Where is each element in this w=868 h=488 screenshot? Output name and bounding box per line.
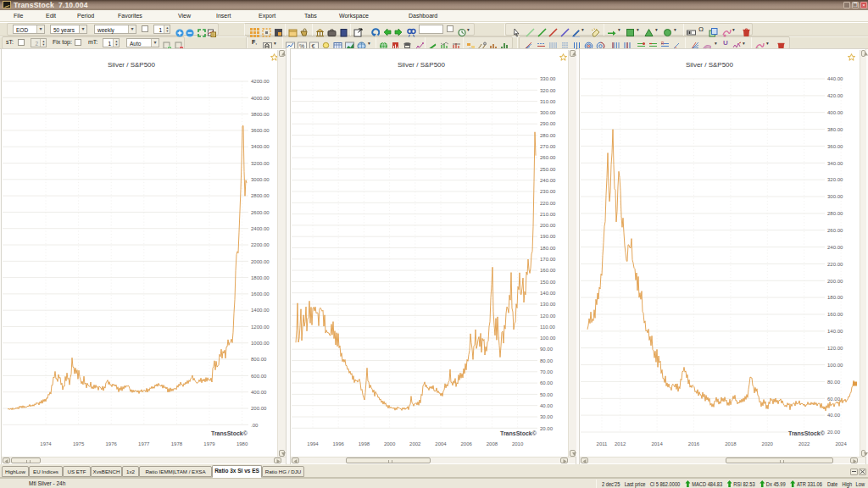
svg-text:70.00: 70.00	[540, 369, 554, 374]
svg-text:80.00: 80.00	[540, 358, 554, 363]
svg-text:260.00: 260.00	[540, 155, 556, 160]
svg-text:2010: 2010	[512, 441, 524, 446]
svg-text:40.00: 40.00	[540, 403, 554, 408]
svg-text:220.00: 220.00	[540, 201, 556, 206]
svg-text:150.00: 150.00	[540, 280, 556, 285]
svg-text:2800.00: 2800.00	[251, 193, 270, 198]
svg-text:210.00: 210.00	[540, 212, 556, 217]
svg-text:800.00: 800.00	[251, 357, 267, 362]
svg-text:1998: 1998	[359, 441, 370, 446]
svg-text:2024: 2024	[835, 441, 847, 446]
svg-text:2600.00: 2600.00	[251, 210, 270, 215]
svg-text:1400.00: 1400.00	[251, 308, 270, 313]
svg-text:1600.00: 1600.00	[251, 291, 270, 297]
svg-text:80.00: 80.00	[827, 380, 841, 385]
svg-text:60.00: 60.00	[827, 396, 841, 402]
svg-text:270.00: 270.00	[540, 144, 556, 149]
svg-text:2400.00: 2400.00	[251, 226, 270, 231]
svg-text:600.00: 600.00	[251, 374, 267, 379]
svg-text:2200.00: 2200.00	[251, 242, 270, 247]
svg-text:310.00: 310.00	[540, 99, 556, 104]
svg-text:330.00: 330.00	[540, 76, 556, 81]
svg-text:.00: .00	[251, 423, 259, 428]
svg-text:1994: 1994	[307, 441, 319, 446]
svg-text:420.00: 420.00	[827, 93, 843, 98]
svg-text:140.00: 140.00	[827, 329, 843, 334]
svg-text:440.00: 440.00	[827, 76, 843, 81]
svg-text:3000.00: 3000.00	[251, 177, 270, 182]
svg-text:3800.00: 3800.00	[251, 112, 270, 117]
svg-text:280.00: 280.00	[827, 211, 843, 216]
svg-text:300.00: 300.00	[540, 110, 556, 115]
svg-text:320.00: 320.00	[540, 88, 556, 93]
svg-text:190.00: 190.00	[540, 234, 556, 239]
svg-text:130.00: 130.00	[540, 302, 556, 307]
svg-text:2018: 2018	[725, 441, 737, 446]
svg-text:240.00: 240.00	[540, 178, 556, 183]
svg-text:1976: 1976	[106, 441, 118, 446]
svg-text:110.00: 110.00	[540, 324, 556, 330]
svg-text:220.00: 220.00	[827, 262, 843, 267]
svg-text:1980: 1980	[236, 441, 248, 446]
svg-text:240.00: 240.00	[827, 245, 843, 250]
svg-text:1974: 1974	[40, 441, 52, 446]
svg-text:340.00: 340.00	[827, 161, 843, 166]
svg-text:200.00: 200.00	[251, 406, 267, 411]
svg-text:1979: 1979	[203, 441, 215, 446]
svg-text:250.00: 250.00	[540, 167, 556, 172]
svg-text:TransStock©: TransStock©	[788, 430, 826, 436]
svg-text:100.00: 100.00	[827, 363, 843, 368]
svg-text:2022: 2022	[798, 441, 810, 446]
svg-text:2014: 2014	[651, 441, 663, 446]
svg-text:3400.00: 3400.00	[251, 144, 270, 149]
svg-text:90.00: 90.00	[540, 347, 554, 352]
svg-text:180.00: 180.00	[827, 295, 843, 300]
svg-text:30.00: 30.00	[540, 414, 554, 419]
svg-text:40.00: 40.00	[827, 413, 841, 418]
svg-text:TransStock©: TransStock©	[500, 430, 537, 436]
svg-text:2016: 2016	[688, 441, 700, 446]
svg-text:160.00: 160.00	[827, 312, 843, 317]
svg-text:50.00: 50.00	[540, 392, 554, 397]
svg-text:1977: 1977	[138, 441, 150, 446]
svg-text:320.00: 320.00	[827, 177, 843, 182]
svg-text:360.00: 360.00	[827, 144, 843, 149]
svg-text:100.00: 100.00	[540, 336, 556, 341]
svg-text:4000.00: 4000.00	[251, 96, 270, 101]
svg-text:2000: 2000	[384, 441, 396, 446]
svg-text:2020: 2020	[762, 441, 774, 446]
svg-text:200.00: 200.00	[540, 223, 556, 228]
svg-text:1000.00: 1000.00	[251, 341, 270, 346]
svg-text:2000.00: 2000.00	[251, 259, 270, 264]
svg-text:20.00: 20.00	[827, 430, 841, 435]
svg-text:1978: 1978	[171, 441, 183, 446]
svg-text:TransStock©: TransStock©	[211, 430, 248, 436]
svg-text:120.00: 120.00	[540, 313, 556, 319]
svg-text:4200.00: 4200.00	[251, 79, 270, 84]
svg-text:2004: 2004	[435, 441, 447, 446]
svg-text:300.00: 300.00	[827, 194, 843, 199]
svg-text:2011: 2011	[597, 441, 609, 446]
svg-text:3600.00: 3600.00	[251, 128, 270, 133]
svg-text:2012: 2012	[615, 441, 626, 446]
svg-text:170.00: 170.00	[540, 257, 556, 262]
svg-text:20.00: 20.00	[540, 426, 554, 431]
svg-text:60.00: 60.00	[540, 380, 554, 385]
svg-text:280.00: 280.00	[540, 133, 556, 138]
svg-text:1975: 1975	[73, 441, 85, 446]
svg-text:160.00: 160.00	[540, 268, 556, 273]
svg-text:200.00: 200.00	[827, 279, 843, 284]
svg-text:120.00: 120.00	[827, 346, 843, 351]
svg-text:140.00: 140.00	[540, 291, 556, 296]
svg-text:400.00: 400.00	[827, 110, 843, 115]
svg-text:290.00: 290.00	[540, 121, 556, 126]
svg-text:380.00: 380.00	[827, 127, 843, 132]
svg-text:2006: 2006	[461, 441, 473, 446]
svg-text:3200.00: 3200.00	[251, 161, 270, 166]
svg-text:1800.00: 1800.00	[251, 275, 270, 280]
svg-text:2002: 2002	[409, 441, 421, 446]
svg-text:180.00: 180.00	[540, 246, 556, 251]
svg-text:230.00: 230.00	[540, 189, 556, 194]
svg-text:260.00: 260.00	[827, 228, 843, 233]
svg-text:1996: 1996	[333, 441, 345, 446]
